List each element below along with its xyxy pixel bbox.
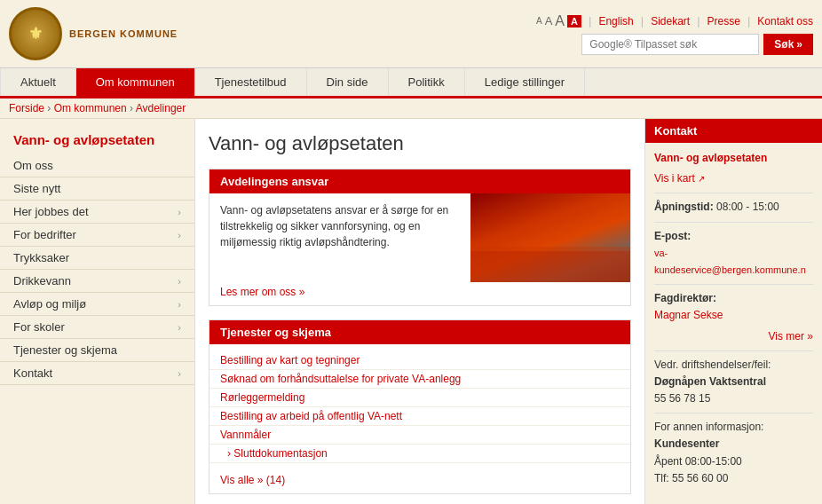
font-large[interactable]: A	[555, 13, 565, 29]
sidekart-link[interactable]: Sidekart	[651, 15, 690, 28]
ansvar-header: Avdelingens ansvar	[209, 169, 630, 193]
font-active-badge: A	[567, 15, 581, 28]
logo-icon: ⚜	[9, 7, 62, 60]
ansvar-photo	[470, 193, 630, 282]
font-medium[interactable]: A	[545, 14, 553, 28]
director-link[interactable]: Magnar Sekse	[654, 309, 723, 321]
chevron-right-icon: ›	[178, 299, 181, 310]
list-item: Bestilling av arbeid på offentlig VA-net…	[209, 407, 630, 426]
sidebar-item-avlop[interactable]: Avløp og miljø ›	[0, 293, 194, 316]
director-info: Fagdirektør: Magnar Sekse	[654, 290, 813, 324]
breadcrumb-forside[interactable]: Forside	[9, 102, 44, 114]
tjeneste-link-3[interactable]: Bestilling av arbeid på offentlig VA-net…	[220, 410, 402, 422]
vis-alle-link[interactable]: Vis alle » (14)	[220, 474, 285, 486]
font-size-controls: A A A A	[536, 13, 581, 29]
annen-info: For annen informasjon: Kundesenter Åpent…	[654, 419, 813, 487]
search-row: Søk »	[581, 34, 813, 55]
tjenester-header: Tjenester og skjema	[209, 320, 630, 344]
list-item: Vannmåler	[209, 426, 630, 445]
les-mer-link[interactable]: Les mer om oss »	[209, 282, 630, 305]
ansvar-image	[470, 193, 630, 282]
divider	[654, 350, 813, 351]
sidebar: Vann- og avløpsetaten Om oss Siste nytt …	[0, 119, 195, 504]
chevron-right-icon: ›	[178, 207, 181, 217]
email-info: E-post: va-kundeservice@bergen.kommune.n	[654, 228, 813, 280]
tjenester-list: Bestilling av kart og tegninger Søknad o…	[209, 344, 630, 470]
tjeneste-link-0[interactable]: Bestilling av kart og tegninger	[220, 354, 360, 366]
logo-area: ⚜ BERGEN KOMMUNE	[9, 7, 178, 60]
header-right: A A A A | English | Sidekart | Presse | …	[536, 13, 813, 55]
english-link[interactable]: English	[598, 15, 633, 28]
nav-om-kommunen[interactable]: Om kommunen	[76, 68, 195, 96]
vis-mer-link[interactable]: Vis mer »	[769, 330, 813, 343]
sidebar-item-tjenester[interactable]: Tjenester og skjema	[0, 339, 194, 362]
breadcrumb: Forside › Om kommunen › Avdelinger	[0, 98, 822, 119]
nav-bar: Aktuelt Om kommunen Tjenestetilbud Din s…	[0, 68, 822, 98]
breadcrumb-om-kommunen[interactable]: Om kommunen	[54, 102, 127, 114]
sidebar-item-kontakt[interactable]: Kontakt ›	[0, 362, 194, 385]
sidebar-item-her-jobbes[interactable]: Her jobbes det ›	[0, 201, 194, 224]
content-area: Vann- og avløpsetaten Avdelingens ansvar…	[195, 119, 644, 504]
sidebar-title: Vann- og avløpsetaten	[0, 128, 194, 154]
search-button[interactable]: Søk »	[763, 34, 813, 55]
sidebar-item-siste-nytt[interactable]: Siste nytt	[0, 177, 194, 201]
arrow-icon: »	[796, 38, 802, 51]
divider	[654, 284, 813, 285]
tjeneste-link-2[interactable]: Rørleggermelding	[220, 391, 304, 404]
ansvar-body: Vann- og avløpsetatens ansvar er å sørge…	[209, 193, 630, 282]
list-item: Sluttdokumentasjon	[209, 445, 630, 463]
search-input[interactable]	[581, 34, 759, 55]
email-link[interactable]: va-kundeservice@bergen.kommune.n	[654, 248, 806, 275]
list-item: Søknad om forhåndsuttalelse for private …	[209, 370, 630, 389]
breadcrumb-avdelinger[interactable]: Avdelinger	[136, 102, 186, 114]
logo-text: BERGEN KOMMUNE	[69, 28, 178, 39]
nav-tjenestetilbud[interactable]: Tjenestetilbud	[195, 68, 307, 96]
sidebar-item-trykksaker[interactable]: Trykksaker	[0, 247, 194, 270]
chevron-right-icon: ›	[178, 322, 181, 333]
ansvar-section: Avdelingens ansvar Vann- og avløpsetaten…	[209, 169, 631, 306]
vis-i-kart-link[interactable]: Vis i kart	[654, 172, 695, 185]
ansvar-text: Vann- og avløpsetatens ansvar er å sørge…	[209, 193, 470, 282]
divider: |	[589, 14, 591, 28]
va-etaten-link[interactable]: Vann- og avløpsetaten	[654, 150, 813, 167]
chevron-right-icon: ›	[178, 276, 181, 287]
divider	[654, 222, 813, 223]
nav-aktuelt[interactable]: Aktuelt	[0, 68, 76, 96]
drift-info: Vedr. driftshendelser/feil: Døgnåpen Vak…	[654, 357, 813, 408]
nav-din-side[interactable]: Din side	[307, 68, 389, 96]
nav-ledige-stillinger[interactable]: Ledige stillinger	[465, 68, 585, 96]
nav-politikk[interactable]: Politikk	[389, 68, 465, 96]
header: ⚜ BERGEN KOMMUNE A A A A | English | Sid…	[0, 0, 822, 68]
list-item: Bestilling av kart og tegninger	[209, 351, 630, 370]
map-arrow-icon: ↗	[698, 174, 705, 184]
kontakt-header: Kontakt	[645, 119, 822, 143]
chevron-right-icon: ›	[178, 368, 181, 379]
sidebar-item-om-oss[interactable]: Om oss	[0, 154, 194, 177]
list-item: Rørleggermelding	[209, 389, 630, 407]
divider	[654, 193, 813, 193]
right-panel: Kontakt Vann- og avløpsetaten Vis i kart…	[644, 119, 822, 504]
tjenester-section: Tjenester og skjema Bestilling av kart o…	[209, 319, 631, 494]
divider	[654, 413, 813, 413]
presse-link[interactable]: Presse	[707, 15, 740, 28]
right-body: Vann- og avløpsetaten Vis i kart ↗ Åpnin…	[645, 143, 822, 494]
sidebar-item-for-skoler[interactable]: For skoler ›	[0, 316, 194, 339]
tjeneste-link-4[interactable]: Vannmåler	[220, 429, 271, 441]
tjeneste-link-1[interactable]: Søknad om forhåndsuttalelse for private …	[220, 373, 461, 385]
opening-info: Åpningstid: 08:00 - 15:00	[654, 199, 813, 216]
vis-alle: Vis alle » (14)	[209, 470, 630, 493]
sidebar-item-drikkevann[interactable]: Drikkevann ›	[0, 270, 194, 293]
font-small[interactable]: A	[536, 16, 542, 26]
kontakt-oss-link[interactable]: Kontakt oss	[757, 15, 813, 28]
tjeneste-link-5[interactable]: Sluttdokumentasjon	[233, 447, 327, 460]
page-title: Vann- og avløpsetaten	[209, 132, 631, 155]
chevron-right-icon: ›	[178, 230, 181, 240]
main-layout: Vann- og avløpsetaten Om oss Siste nytt …	[0, 119, 822, 504]
sidebar-item-for-bedrifter[interactable]: For bedrifter ›	[0, 224, 194, 247]
